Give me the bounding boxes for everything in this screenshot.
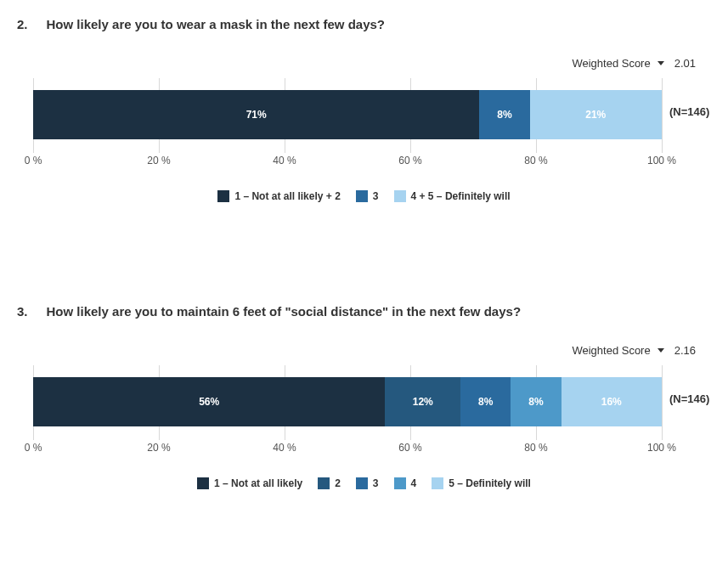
bar-segment: 8% [511,377,561,426]
segment-value: 71% [246,109,267,121]
chart-area: 56%12%8%8%16%(N=146)0 %20 %40 %60 %80 %1… [17,365,711,459]
question-number: 2. [17,17,28,31]
chart-plot: 71%8%21% [33,78,662,153]
legend-item: 2 [318,477,341,489]
score-value: 2.16 [674,344,696,357]
legend-label: 1 – Not at all likely + 2 [234,190,340,202]
axis-tick: 80 % [524,442,547,454]
weighted-score-selector[interactable]: Weighted Score2.16 [17,344,711,357]
legend-swatch [356,477,368,489]
stacked-bar: 71%8%21% [33,90,662,139]
legend-label: 5 – Definitely will [449,477,531,489]
chart-plot: 56%12%8%8%16% [33,365,662,440]
sample-size-label: (N=146) [669,105,709,118]
axis-tick: 20 % [147,155,170,166]
legend-swatch [318,477,330,489]
axis-tick: 0 % [25,442,42,454]
segment-value: 8% [497,109,511,121]
x-axis: 0 %20 %40 %60 %80 %100 % [17,155,680,172]
dropdown-caret-icon [657,61,664,65]
score-label: Weighted Score [572,57,650,70]
legend-item: 4 + 5 – Definitely will [394,190,511,202]
legend-item: 1 – Not at all likely [197,477,302,489]
segment-value: 16% [601,396,622,408]
legend-label: 4 + 5 – Definitely will [411,190,511,202]
segment-value: 56% [199,396,219,408]
bar-segment: 8% [460,377,511,426]
question-text: How likely are you to wear a mask in the… [47,17,385,31]
axis-tick: 60 % [398,155,421,166]
legend-label: 2 [335,477,341,489]
legend-label: 3 [373,190,379,202]
bar-segment: 71% [33,90,479,139]
legend-item: 5 – Definitely will [432,477,531,489]
question-header: 3.How likely are you to maintain 6 feet … [17,304,711,319]
score-label: Weighted Score [572,344,650,357]
question-header: 2.How likely are you to wear a mask in t… [17,17,711,31]
bar-segment: 16% [562,377,662,426]
bar-segment: 12% [385,377,460,426]
legend-swatch [394,190,406,202]
chart-area: 71%8%21%(N=146)0 %20 %40 %60 %80 %100 % [17,78,711,172]
bar-segment: 8% [479,90,529,139]
segment-value: 8% [528,396,543,408]
axis-tick: 100 % [647,155,676,166]
axis-tick: 60 % [398,442,421,454]
legend-swatch [432,477,443,489]
legend-item: 1 – Not at all likely + 2 [217,190,340,202]
sample-size-label: (N=146) [669,392,709,405]
axis-tick: 0 % [25,155,42,166]
score-value: 2.01 [674,57,696,70]
segment-value: 12% [413,396,433,408]
legend-item: 4 [394,477,417,489]
dropdown-caret-icon [657,348,664,353]
question-number: 3. [17,304,28,319]
bar-segment: 56% [33,377,385,426]
axis-tick: 40 % [273,155,296,166]
legend-swatch [197,477,209,489]
weighted-score-selector[interactable]: Weighted Score2.01 [17,57,711,70]
legend: 1 – Not at all likely + 234 + 5 – Defini… [17,190,711,202]
segment-value: 8% [478,396,493,408]
segment-value: 21% [585,109,606,121]
legend-item: 3 [356,190,379,202]
axis-tick: 40 % [273,442,296,454]
legend-item: 3 [356,477,379,489]
gridline [662,78,663,153]
axis-tick: 20 % [147,442,170,454]
question-block: 3.How likely are you to maintain 6 feet … [17,304,711,489]
x-axis: 0 %20 %40 %60 %80 %100 % [17,442,680,459]
legend-swatch [217,190,229,202]
legend-label: 3 [373,477,379,489]
gridline [662,365,663,440]
legend-swatch [356,190,368,202]
axis-tick: 80 % [524,155,547,166]
question-block: 2.How likely are you to wear a mask in t… [17,17,711,202]
legend-swatch [394,477,406,489]
stacked-bar: 56%12%8%8%16% [33,377,662,426]
legend: 1 – Not at all likely2345 – Definitely w… [17,477,711,489]
axis-tick: 100 % [647,442,676,454]
legend-label: 4 [411,477,417,489]
bar-segment: 21% [530,90,662,139]
legend-label: 1 – Not at all likely [214,477,302,489]
question-text: How likely are you to maintain 6 feet of… [47,304,522,319]
